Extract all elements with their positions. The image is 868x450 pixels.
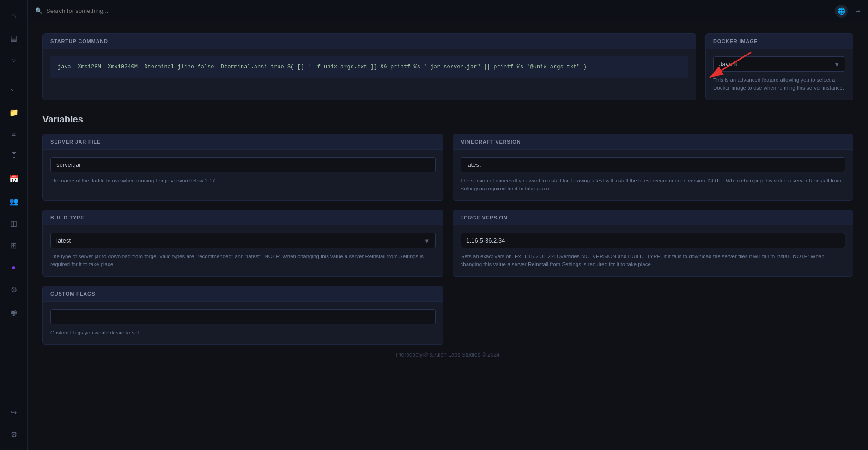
forge-version-panel: FORGE VERSION Gets an exact version. Ex.…	[453, 210, 854, 277]
settings-icon: ⚙	[11, 286, 17, 294]
sidebar-divider-1	[6, 75, 22, 75]
forge-version-header: FORGE VERSION	[453, 210, 853, 225]
startup-command-panel: STARTUP COMMAND java -Xms128M -Xmx10240M…	[42, 33, 696, 100]
startup-section: STARTUP COMMAND java -Xms128M -Xmx10240M…	[42, 33, 853, 100]
terminal-icon: >_	[10, 87, 17, 93]
server-jar-body: The name of the Jarfile to use when runn…	[43, 150, 443, 192]
search-icon: 🔍	[35, 7, 42, 14]
build-type-description: The type of server jar to download from …	[50, 253, 436, 269]
forge-version-description: Gets an exact version. Ex. 1.15.2-31.2.4…	[461, 253, 846, 269]
server-jar-description: The name of the Jarfile to use when runn…	[50, 177, 436, 185]
custom-flags-panel: CUSTOM FLAGS Custom Flags you would desi…	[42, 286, 443, 345]
language-selector[interactable]: 🌐	[835, 5, 848, 18]
activity-icon: ◉	[11, 308, 17, 316]
home-icon: ⌂	[12, 12, 16, 20]
search-input[interactable]	[46, 7, 185, 14]
server-jar-panel: SERVER JAR FILE The name of the Jarfile …	[42, 134, 443, 201]
sidebar-item-terminal[interactable]: >_	[5, 81, 23, 99]
docker-select-wrap: Java 8 Java 11 Java 17 Java 21 ▼	[713, 56, 845, 72]
globe-icon: 🌐	[838, 7, 845, 15]
server-jar-input[interactable]	[50, 157, 436, 172]
startup-command-body: java -Xms128M -Xmx10240M -Dterminal.jlin…	[43, 49, 696, 85]
sidebar-item-database[interactable]: 🗄	[5, 147, 23, 166]
sidebar-item-logout[interactable]: ↪	[5, 403, 23, 421]
admin-settings-icon: ⚙	[11, 430, 17, 439]
sidebar-item-home[interactable]: ⌂	[5, 6, 23, 25]
main-area: 🔍 🌐 ↪ STARTUP COMMAND java -Xms128M	[28, 0, 868, 450]
variables-title: Variables	[42, 114, 853, 125]
sidebar-item-users[interactable]: 👥	[5, 192, 23, 210]
custom-flags-description: Custom Flags you would desire to set.	[50, 329, 436, 337]
server-jar-header: SERVER JAR FILE	[43, 134, 443, 150]
docker-image-panel: DOCKER IMAGE Java 8 Java 11 Java 17 Java…	[705, 33, 853, 100]
sidebar-item-network[interactable]: ⊞	[5, 236, 23, 255]
docker-image-header: DOCKER IMAGE	[706, 34, 853, 49]
minecraft-version-description: The version of minecraft you want to ins…	[461, 177, 846, 193]
variables-grid: SERVER JAR FILE The name of the Jarfile …	[42, 134, 853, 345]
build-type-body: latest recommended ▼ The type of server …	[43, 225, 443, 276]
calendar-icon: 📅	[9, 175, 18, 183]
content-area: STARTUP COMMAND java -Xms128M -Xmx10240M…	[28, 22, 868, 450]
docker-image-select[interactable]: Java 8 Java 11 Java 17 Java 21	[713, 56, 845, 72]
build-type-header: BUILD TYPE	[43, 210, 443, 225]
sidebar-item-backups[interactable]: ◫	[5, 214, 23, 232]
forge-version-body: Gets an exact version. Ex. 1.15.2-31.2.4…	[453, 225, 853, 276]
custom-flags-input[interactable]	[50, 309, 436, 324]
topbar: 🔍 🌐 ↪	[28, 0, 868, 22]
list-icon: ≡	[12, 130, 16, 139]
sidebar-item-startup[interactable]: ●	[5, 258, 23, 277]
forge-version-input[interactable]	[461, 233, 846, 248]
sidebar-item-files[interactable]: 📁	[5, 103, 23, 122]
sidebar: ⌂ ▤ ○ >_ 📁 ≡ 🗄 📅 👥 ◫ ⊞ ● ⚙ ◉ ↪	[0, 0, 28, 450]
topbar-right: 🌐 ↪	[835, 5, 861, 18]
startup-command-header: STARTUP COMMAND	[43, 34, 696, 49]
user-icon: ○	[12, 56, 16, 64]
build-type-select-wrap: latest recommended ▼	[50, 233, 436, 248]
logout-icon: ↪	[11, 408, 17, 417]
docker-help-text: This is an advanced feature allowing you…	[713, 76, 845, 92]
users-icon: 👥	[9, 197, 18, 206]
backup-icon: ◫	[10, 219, 17, 228]
sidebar-item-admin-settings[interactable]: ⚙	[5, 425, 23, 444]
layers-icon: ▤	[10, 34, 17, 43]
footer: Pterodactyl® & Alien Labs Studios © 2024	[42, 345, 853, 365]
sidebar-item-activity[interactable]: ◉	[5, 303, 23, 321]
sidebar-item-tasks[interactable]: ≡	[5, 125, 23, 144]
sidebar-item-layers[interactable]: ▤	[5, 29, 23, 47]
startup-command-text: java -Xms128M -Xmx10240M -Dterminal.jlin…	[50, 56, 688, 78]
sidebar-item-schedules[interactable]: 📅	[5, 170, 23, 188]
custom-flags-header: CUSTOM FLAGS	[43, 286, 443, 302]
search-box: 🔍	[35, 7, 829, 14]
docker-image-body: Java 8 Java 11 Java 17 Java 21 ▼ This is…	[706, 49, 853, 100]
custom-flags-body: Custom Flags you would desire to set.	[43, 302, 443, 344]
sidebar-item-settings[interactable]: ⚙	[5, 280, 23, 299]
sidebar-divider-2	[6, 360, 22, 360]
folder-icon: 📁	[9, 108, 18, 117]
build-type-panel: BUILD TYPE latest recommended ▼ The type…	[42, 210, 443, 277]
sidebar-item-account[interactable]: ○	[5, 51, 23, 69]
minecraft-version-panel: MINECRAFT VERSION The version of minecra…	[453, 134, 854, 201]
signout-icon: ↪	[855, 7, 861, 15]
minecraft-version-body: The version of minecraft you want to ins…	[453, 150, 853, 201]
network-icon: ⊞	[11, 241, 17, 250]
build-type-select[interactable]: latest recommended	[50, 233, 436, 248]
signout-button[interactable]: ↪	[855, 7, 861, 15]
startup-icon: ●	[12, 263, 16, 272]
sidebar-bottom: ↪ ⚙	[5, 401, 23, 445]
minecraft-version-header: MINECRAFT VERSION	[453, 134, 853, 150]
minecraft-version-input[interactable]	[461, 157, 846, 172]
database-icon: 🗄	[10, 152, 18, 161]
